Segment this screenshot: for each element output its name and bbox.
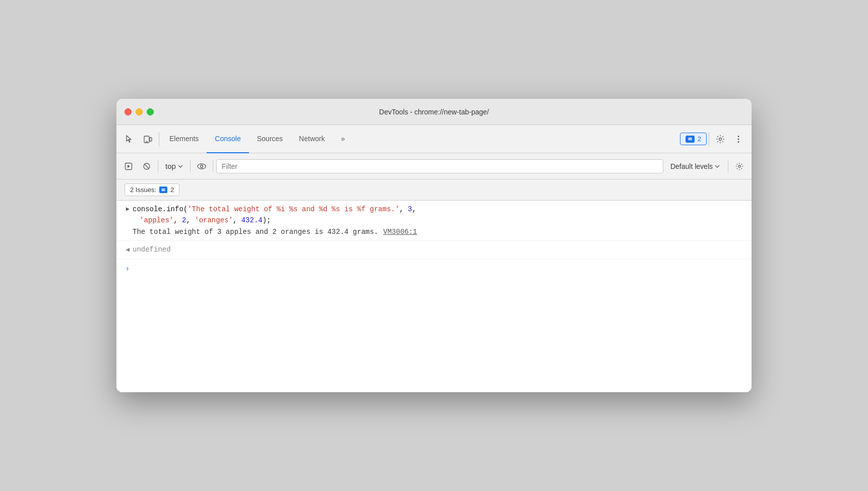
svg-point-3 [719, 138, 722, 140]
return-arrow: ◀ [126, 245, 130, 256]
svg-line-10 [145, 164, 149, 168]
filter-input[interactable] [216, 159, 663, 173]
issues-badge-button[interactable]: ✉ 2 [680, 133, 707, 145]
console-divider-3 [213, 160, 213, 172]
svg-rect-1 [150, 138, 152, 141]
console-divider-4 [728, 160, 728, 172]
code-line-2: 'apples', 2, 'oranges', 432.4); [133, 215, 748, 226]
tab-network[interactable]: Network [291, 125, 333, 153]
issues-count-badge[interactable]: 2 Issues: ✉ 2 [125, 183, 179, 196]
gear-icon [735, 162, 743, 170]
issues-bar: 2 Issues: ✉ 2 [116, 179, 752, 201]
console-divider-2 [190, 160, 191, 172]
console-output: ▶ console.info('The total weight of %i %… [116, 201, 752, 392]
tab-sources[interactable]: Sources [249, 125, 291, 153]
entry-gutter-2: ◀ [116, 244, 133, 256]
svg-point-11 [198, 164, 206, 169]
window-title: DevTools - chrome://new-tab-page/ [379, 108, 489, 116]
console-prompt[interactable]: › [116, 259, 752, 278]
prompt-gutter: › [116, 263, 133, 274]
tab-divider-1 [159, 132, 159, 146]
undefined-value: undefined [133, 245, 171, 254]
play-icon [125, 162, 133, 170]
tab-divider-2 [709, 132, 709, 146]
svg-point-4 [738, 136, 739, 137]
tab-console[interactable]: Console [207, 125, 249, 153]
settings-button[interactable] [711, 130, 729, 148]
entry-content-undefined: undefined [133, 244, 748, 255]
console-entry-undefined: ◀ undefined [116, 241, 752, 259]
expand-arrow[interactable]: ▶ [126, 205, 130, 214]
tab-more[interactable]: » [333, 125, 353, 153]
devtools-window: DevTools - chrome://new-tab-page/ Elemen… [116, 99, 752, 392]
title-bar: DevTools - chrome://new-tab-page/ [116, 99, 752, 125]
run-script-button[interactable] [120, 158, 137, 174]
more-options-button[interactable] [729, 130, 748, 148]
svg-point-5 [738, 138, 739, 140]
svg-point-12 [200, 165, 203, 167]
output-text: The total weight of 3 apples and 2 orang… [133, 226, 378, 237]
ban-icon [143, 162, 151, 170]
log-levels-button[interactable]: Default levels [665, 160, 725, 172]
context-selector[interactable]: top [161, 160, 187, 172]
device-toggle-button[interactable] [139, 130, 157, 148]
tabs-bar: Elements Console Sources Network » ✉ 2 [116, 125, 752, 153]
chevron-down-icon [715, 165, 720, 168]
vertical-dots-icon [737, 135, 739, 143]
entry-gutter-1: ▶ [116, 204, 133, 214]
message-icon: ✉ [686, 136, 695, 143]
console-entry-command: ▶ console.info('The total weight of %i %… [116, 201, 752, 241]
eye-icon [197, 163, 206, 169]
svg-point-13 [738, 165, 740, 167]
chevron-down-icon [178, 165, 183, 168]
console-toolbar: top Default levels [116, 153, 752, 179]
close-button[interactable] [125, 108, 132, 115]
clear-console-button[interactable] [139, 158, 155, 174]
maximize-button[interactable] [147, 108, 154, 115]
cursor-icon [125, 135, 134, 144]
output-line: The total weight of 3 apples and 2 orang… [133, 226, 748, 237]
console-divider-1 [158, 160, 158, 172]
vm-ref-link[interactable]: VM3006:1 [383, 226, 417, 237]
code-line-1: console.info('The total weight of %i %s … [133, 204, 748, 215]
inspect-icon-button[interactable] [120, 130, 139, 148]
device-icon [143, 135, 152, 144]
minimize-button[interactable] [136, 108, 143, 115]
eye-button[interactable] [194, 158, 210, 174]
issues-message-icon: ✉ [159, 187, 167, 193]
entry-content-command: console.info('The total weight of %i %s … [133, 204, 748, 237]
prompt-chevron: › [126, 263, 130, 274]
gear-icon [716, 135, 725, 144]
svg-marker-8 [128, 165, 130, 168]
console-settings-button[interactable] [731, 158, 748, 174]
svg-point-6 [738, 141, 739, 143]
tab-elements[interactable]: Elements [161, 125, 207, 153]
traffic-lights [125, 108, 154, 115]
